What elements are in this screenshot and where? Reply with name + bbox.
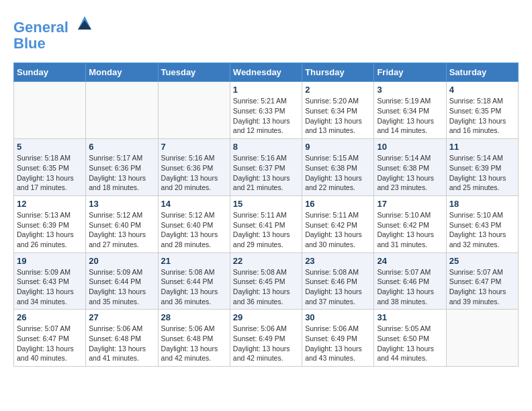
- calendar-cell: 15Sunrise: 5:11 AM Sunset: 6:41 PM Dayli…: [230, 195, 302, 253]
- logo-general: General: [13, 19, 69, 36]
- day-number: 5: [17, 142, 83, 152]
- calendar-cell: 10Sunrise: 5:14 AM Sunset: 6:38 PM Dayli…: [374, 139, 446, 196]
- calendar-cell: 6Sunrise: 5:17 AM Sunset: 6:36 PM Daylig…: [86, 139, 158, 196]
- day-number: 24: [377, 256, 443, 266]
- calendar-cell: 27Sunrise: 5:06 AM Sunset: 6:48 PM Dayli…: [86, 310, 158, 367]
- calendar-cell: 1Sunrise: 5:21 AM Sunset: 6:33 PM Daylig…: [230, 82, 302, 139]
- day-number: 8: [233, 142, 299, 152]
- day-info: Sunrise: 5:10 AM Sunset: 6:43 PM Dayligh…: [449, 210, 515, 250]
- svg-marker-1: [78, 20, 91, 30]
- day-info: Sunrise: 5:06 AM Sunset: 6:48 PM Dayligh…: [161, 324, 227, 363]
- calendar-cell: 4Sunrise: 5:18 AM Sunset: 6:35 PM Daylig…: [446, 82, 518, 139]
- calendar-cell: 29Sunrise: 5:06 AM Sunset: 6:49 PM Dayli…: [230, 310, 302, 367]
- calendar-cell: 5Sunrise: 5:18 AM Sunset: 6:35 PM Daylig…: [14, 139, 86, 196]
- calendar-cell: [158, 82, 230, 139]
- calendar-cell: 17Sunrise: 5:10 AM Sunset: 6:42 PM Dayli…: [374, 195, 446, 253]
- page-header: General Blue: [13, 13, 519, 52]
- calendar-cell: 25Sunrise: 5:07 AM Sunset: 6:47 PM Dayli…: [446, 253, 518, 310]
- calendar-cell: 21Sunrise: 5:08 AM Sunset: 6:44 PM Dayli…: [158, 253, 230, 310]
- day-info: Sunrise: 5:12 AM Sunset: 6:40 PM Dayligh…: [161, 210, 227, 250]
- day-info: Sunrise: 5:20 AM Sunset: 6:34 PM Dayligh…: [305, 96, 371, 136]
- day-number: 11: [449, 142, 515, 152]
- weekday-header-tuesday: Tuesday: [158, 63, 230, 82]
- calendar-cell: 16Sunrise: 5:11 AM Sunset: 6:42 PM Dayli…: [302, 195, 374, 253]
- calendar-cell: 30Sunrise: 5:06 AM Sunset: 6:49 PM Dayli…: [302, 310, 374, 367]
- day-info: Sunrise: 5:10 AM Sunset: 6:42 PM Dayligh…: [377, 210, 443, 250]
- calendar-cell: 24Sunrise: 5:07 AM Sunset: 6:46 PM Dayli…: [374, 253, 446, 310]
- day-number: 20: [89, 256, 154, 266]
- calendar-cell: [86, 82, 158, 139]
- logo: General Blue: [13, 13, 94, 52]
- day-info: Sunrise: 5:19 AM Sunset: 6:34 PM Dayligh…: [377, 96, 443, 136]
- day-info: Sunrise: 5:07 AM Sunset: 6:46 PM Dayligh…: [377, 267, 443, 307]
- day-number: 14: [161, 199, 227, 209]
- day-number: 2: [305, 85, 371, 95]
- day-info: Sunrise: 5:11 AM Sunset: 6:41 PM Dayligh…: [233, 210, 299, 250]
- day-info: Sunrise: 5:11 AM Sunset: 6:42 PM Dayligh…: [305, 210, 371, 250]
- logo-text: General: [13, 13, 94, 36]
- day-number: 12: [17, 199, 83, 209]
- day-info: Sunrise: 5:15 AM Sunset: 6:38 PM Dayligh…: [305, 153, 371, 193]
- day-info: Sunrise: 5:07 AM Sunset: 6:47 PM Dayligh…: [449, 267, 515, 307]
- day-number: 22: [233, 256, 299, 266]
- day-info: Sunrise: 5:07 AM Sunset: 6:47 PM Dayligh…: [17, 324, 83, 363]
- calendar-cell: 20Sunrise: 5:09 AM Sunset: 6:44 PM Dayli…: [86, 253, 158, 310]
- calendar-cell: 9Sunrise: 5:15 AM Sunset: 6:38 PM Daylig…: [302, 139, 374, 196]
- calendar-cell: 23Sunrise: 5:08 AM Sunset: 6:46 PM Dayli…: [302, 253, 374, 310]
- weekday-header-monday: Monday: [86, 63, 158, 82]
- calendar-cell: 8Sunrise: 5:16 AM Sunset: 6:37 PM Daylig…: [230, 139, 302, 196]
- day-info: Sunrise: 5:09 AM Sunset: 6:43 PM Dayligh…: [17, 267, 83, 307]
- calendar-cell: [14, 82, 86, 139]
- calendar-cell: 18Sunrise: 5:10 AM Sunset: 6:43 PM Dayli…: [446, 195, 518, 253]
- calendar-cell: 22Sunrise: 5:08 AM Sunset: 6:45 PM Dayli…: [230, 253, 302, 310]
- calendar-week-5: 26Sunrise: 5:07 AM Sunset: 6:47 PM Dayli…: [14, 310, 519, 367]
- day-number: 7: [161, 142, 227, 152]
- day-info: Sunrise: 5:06 AM Sunset: 6:49 PM Dayligh…: [233, 324, 299, 363]
- day-number: 28: [161, 312, 227, 322]
- day-number: 27: [89, 312, 154, 322]
- day-number: 15: [233, 199, 299, 209]
- day-info: Sunrise: 5:08 AM Sunset: 6:44 PM Dayligh…: [161, 267, 227, 307]
- day-info: Sunrise: 5:08 AM Sunset: 6:45 PM Dayligh…: [233, 267, 299, 307]
- day-number: 30: [305, 312, 371, 322]
- day-info: Sunrise: 5:16 AM Sunset: 6:37 PM Dayligh…: [233, 153, 299, 193]
- weekday-header-thursday: Thursday: [302, 63, 374, 82]
- day-info: Sunrise: 5:16 AM Sunset: 6:36 PM Dayligh…: [161, 153, 227, 193]
- calendar-cell: 3Sunrise: 5:19 AM Sunset: 6:34 PM Daylig…: [374, 82, 446, 139]
- day-number: 13: [89, 199, 154, 209]
- day-info: Sunrise: 5:05 AM Sunset: 6:50 PM Dayligh…: [377, 324, 443, 363]
- calendar-cell: 13Sunrise: 5:12 AM Sunset: 6:40 PM Dayli…: [86, 195, 158, 253]
- day-info: Sunrise: 5:06 AM Sunset: 6:49 PM Dayligh…: [305, 324, 371, 363]
- day-info: Sunrise: 5:18 AM Sunset: 6:35 PM Dayligh…: [449, 96, 515, 136]
- day-number: 17: [377, 199, 443, 209]
- day-number: 3: [377, 85, 443, 95]
- day-number: 29: [233, 312, 299, 322]
- day-info: Sunrise: 5:12 AM Sunset: 6:40 PM Dayligh…: [89, 210, 154, 250]
- calendar-cell: 2Sunrise: 5:20 AM Sunset: 6:34 PM Daylig…: [302, 82, 374, 139]
- day-number: 16: [305, 199, 371, 209]
- calendar-week-4: 19Sunrise: 5:09 AM Sunset: 6:43 PM Dayli…: [14, 253, 519, 310]
- day-number: 4: [449, 85, 515, 95]
- day-number: 23: [305, 256, 371, 266]
- calendar-table: SundayMondayTuesdayWednesdayThursdayFrid…: [13, 62, 519, 367]
- day-info: Sunrise: 5:13 AM Sunset: 6:39 PM Dayligh…: [17, 210, 83, 250]
- calendar-cell: 19Sunrise: 5:09 AM Sunset: 6:43 PM Dayli…: [14, 253, 86, 310]
- day-number: 26: [17, 312, 83, 322]
- weekday-header-saturday: Saturday: [446, 63, 518, 82]
- calendar-cell: 26Sunrise: 5:07 AM Sunset: 6:47 PM Dayli…: [14, 310, 86, 367]
- calendar-cell: 11Sunrise: 5:14 AM Sunset: 6:39 PM Dayli…: [446, 139, 518, 196]
- logo-blue: Blue: [13, 36, 94, 52]
- weekday-header-friday: Friday: [374, 63, 446, 82]
- day-info: Sunrise: 5:09 AM Sunset: 6:44 PM Dayligh…: [89, 267, 154, 307]
- calendar-week-2: 5Sunrise: 5:18 AM Sunset: 6:35 PM Daylig…: [14, 139, 519, 196]
- day-number: 31: [377, 312, 443, 322]
- day-number: 6: [89, 142, 154, 152]
- weekday-header-wednesday: Wednesday: [230, 63, 302, 82]
- weekday-header-row: SundayMondayTuesdayWednesdayThursdayFrid…: [14, 63, 519, 82]
- weekday-header-sunday: Sunday: [14, 63, 86, 82]
- day-number: 18: [449, 199, 515, 209]
- calendar-week-3: 12Sunrise: 5:13 AM Sunset: 6:39 PM Dayli…: [14, 195, 519, 253]
- day-info: Sunrise: 5:17 AM Sunset: 6:36 PM Dayligh…: [89, 153, 154, 193]
- day-info: Sunrise: 5:08 AM Sunset: 6:46 PM Dayligh…: [305, 267, 371, 307]
- day-number: 1: [233, 85, 299, 95]
